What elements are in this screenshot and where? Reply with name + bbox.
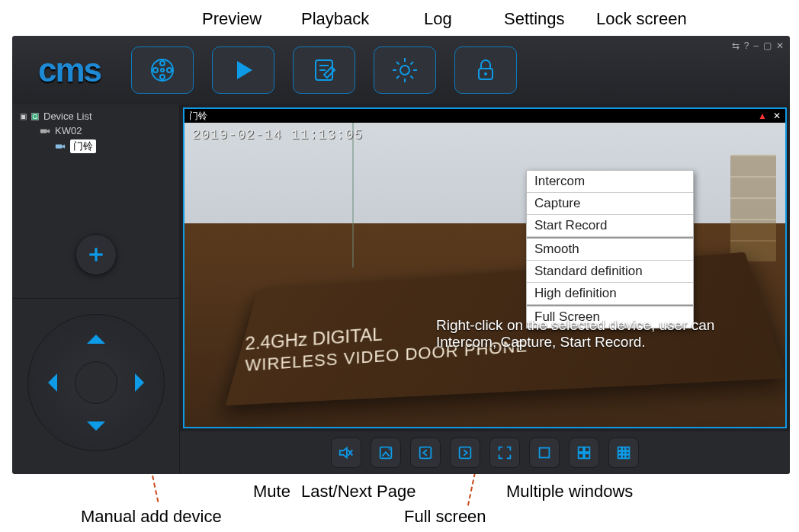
ptz-left[interactable] bbox=[39, 373, 57, 392]
ext-label-mute: Mute bbox=[253, 482, 290, 502]
annotation-line-fs bbox=[467, 473, 476, 505]
ext-label-lock: Lock screen bbox=[596, 9, 687, 29]
svg-point-4 bbox=[153, 68, 158, 72]
svg-point-0 bbox=[152, 59, 173, 81]
note-edit-icon bbox=[309, 55, 339, 85]
tree-grandchild[interactable]: 门铃 bbox=[20, 139, 172, 153]
page-prev-icon bbox=[417, 444, 434, 461]
bottom-toolbar bbox=[180, 431, 790, 474]
svg-rect-25 bbox=[460, 447, 471, 459]
film-reel-icon bbox=[147, 55, 178, 85]
svg-marker-6 bbox=[237, 61, 252, 79]
svg-marker-19 bbox=[340, 448, 347, 458]
svg-marker-16 bbox=[63, 144, 66, 148]
instruction-caption: Right-click on the selected device, user… bbox=[436, 317, 764, 351]
osd-timestamp: 2019-02-14 11:13:05 bbox=[192, 127, 363, 143]
alarm-icon[interactable]: ▲ bbox=[758, 111, 767, 121]
next-page-button[interactable] bbox=[450, 437, 480, 468]
svg-point-5 bbox=[161, 69, 164, 72]
add-device-button[interactable] bbox=[75, 234, 117, 275]
svg-point-12 bbox=[484, 72, 487, 75]
tree-grandchild-label: 门铃 bbox=[70, 139, 96, 153]
svg-rect-30 bbox=[585, 453, 589, 458]
svg-rect-27 bbox=[579, 447, 583, 452]
ctx-start-record[interactable]: Start Record bbox=[527, 215, 693, 237]
svg-point-3 bbox=[160, 75, 165, 79]
ext-label-preview: Preview bbox=[202, 9, 262, 29]
ext-label-playback: Playback bbox=[301, 9, 369, 29]
prev-page-button[interactable] bbox=[410, 437, 441, 468]
svg-rect-28 bbox=[585, 447, 589, 452]
ptz-down[interactable] bbox=[87, 421, 105, 440]
svg-point-2 bbox=[167, 68, 172, 72]
svg-point-1 bbox=[160, 61, 165, 66]
tree-root-label: Device List bbox=[43, 111, 92, 122]
video-titlebar: 门铃 ▲ ✕ bbox=[185, 109, 785, 123]
ext-label-manual-add: Manual add device bbox=[81, 507, 222, 527]
main-area: 门铃 ▲ ✕ 2019-02-14 11:13:05 2.4GHz DIGITA… bbox=[180, 104, 790, 474]
mute-button[interactable] bbox=[331, 437, 361, 468]
ctx-smooth[interactable]: Smooth bbox=[527, 237, 693, 261]
fullscreen-icon bbox=[496, 444, 513, 461]
device-tree: ▣ G Device List KW02 门铃 bbox=[12, 104, 179, 219]
grid-1-icon bbox=[536, 444, 553, 461]
plus-icon bbox=[86, 245, 106, 264]
ptz-control bbox=[27, 314, 165, 451]
app-header: cms ⇆ ? – ▢ ✕ bbox=[12, 36, 790, 104]
svg-rect-15 bbox=[56, 144, 63, 148]
snapshot-icon bbox=[377, 444, 394, 461]
ext-label-settings: Settings bbox=[504, 9, 565, 29]
ext-label-log: Log bbox=[424, 9, 452, 29]
ptz-center[interactable] bbox=[75, 361, 117, 404]
panel-divider bbox=[12, 298, 179, 299]
svg-rect-39 bbox=[626, 455, 630, 459]
snapshot-button[interactable] bbox=[371, 437, 401, 468]
layout-1x1-button[interactable] bbox=[529, 437, 560, 468]
network-icon[interactable]: ⇆ bbox=[732, 40, 740, 51]
playback-button[interactable] bbox=[212, 46, 274, 94]
fullscreen-button[interactable] bbox=[489, 437, 520, 468]
ext-label-fullscreen: Full screen bbox=[404, 507, 486, 527]
svg-rect-36 bbox=[626, 451, 630, 454]
svg-rect-31 bbox=[618, 447, 622, 451]
ctx-high-def[interactable]: High definition bbox=[527, 283, 693, 305]
grid-4-icon bbox=[576, 444, 592, 461]
gear-icon bbox=[390, 55, 420, 85]
ctx-capture[interactable]: Capture bbox=[527, 193, 693, 215]
log-button[interactable] bbox=[293, 46, 355, 94]
maximize-icon[interactable]: ▢ bbox=[763, 40, 772, 51]
window-controls: ⇆ ? – ▢ ✕ bbox=[732, 40, 784, 51]
ptz-right[interactable] bbox=[135, 373, 153, 392]
svg-rect-26 bbox=[540, 448, 550, 458]
left-panel: ▣ G Device List KW02 门铃 bbox=[12, 104, 180, 474]
layout-3x3-button[interactable] bbox=[608, 437, 639, 468]
svg-rect-37 bbox=[618, 455, 622, 459]
minimize-icon[interactable]: – bbox=[753, 40, 759, 51]
tree-root[interactable]: ▣ G Device List bbox=[20, 111, 172, 122]
svg-point-10 bbox=[400, 66, 409, 75]
svg-rect-29 bbox=[579, 453, 583, 458]
speaker-mute-icon bbox=[338, 444, 355, 461]
settings-button[interactable] bbox=[374, 46, 436, 94]
svg-rect-32 bbox=[622, 447, 625, 451]
svg-marker-14 bbox=[47, 129, 50, 133]
ptz-up[interactable] bbox=[87, 325, 105, 344]
ctx-standard-def[interactable]: Standard definition bbox=[527, 261, 693, 283]
svg-rect-13 bbox=[40, 129, 47, 133]
lock-screen-button[interactable] bbox=[454, 46, 517, 94]
app-window: cms ⇆ ? – ▢ ✕ ▣ bbox=[12, 36, 790, 474]
svg-rect-35 bbox=[622, 451, 625, 454]
layout-2x2-button[interactable] bbox=[569, 437, 599, 468]
tree-child-label: KW02 bbox=[55, 125, 82, 136]
close-window-icon[interactable]: ✕ bbox=[776, 40, 784, 51]
tree-root-icon: G bbox=[31, 113, 39, 120]
scene-shelf bbox=[730, 155, 776, 261]
ext-label-multi: Multiple windows bbox=[506, 482, 633, 502]
video-cell[interactable]: 门铃 ▲ ✕ 2019-02-14 11:13:05 2.4GHz DIGITA… bbox=[183, 107, 787, 428]
ctx-intercom[interactable]: Intercom bbox=[527, 171, 693, 193]
preview-button[interactable] bbox=[131, 46, 194, 94]
play-icon bbox=[228, 55, 258, 85]
close-video-icon[interactable]: ✕ bbox=[773, 111, 781, 121]
tree-child[interactable]: KW02 bbox=[20, 125, 172, 136]
help-icon[interactable]: ? bbox=[744, 40, 749, 51]
